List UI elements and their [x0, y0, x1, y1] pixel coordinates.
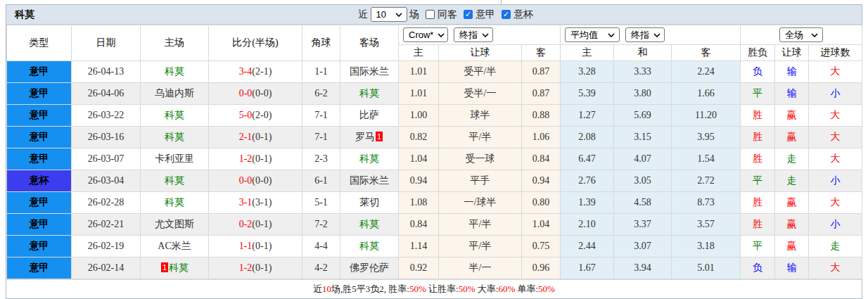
team-name: 卡利亚里: [155, 153, 194, 164]
summary-segment: 50%: [459, 284, 476, 294]
result-outcome: 平: [741, 83, 775, 105]
subcol-result-outcome: 胜负: [741, 45, 775, 61]
avg-away-odds: 3.95: [672, 127, 741, 148]
type-cell: 意甲: [7, 236, 72, 257]
avg-draw-odds: 5.69: [614, 105, 672, 127]
col-header-home: 主场: [141, 25, 209, 61]
fulltime-score: 1-2: [239, 153, 253, 164]
team-name: 科莫: [165, 132, 184, 142]
chevron-down-icon: [395, 13, 402, 17]
result-goals: 大: [809, 192, 862, 214]
avg-draw-odds: 3.37: [614, 214, 672, 236]
team-name: 科莫: [165, 197, 184, 208]
crow-handicap: 平手: [439, 170, 522, 192]
fulltime-score: 1-2: [239, 262, 253, 273]
crow-home-odds: 1.08: [399, 192, 439, 214]
fulltime-score: 1-1: [239, 241, 253, 251]
match-row: 意甲26-04-06乌迪内斯0-0(0-0)6-2科莫1.01受半/一0.875…: [7, 83, 862, 105]
date-cell: 26-02-28: [72, 192, 141, 214]
fulltime-score: 5-0: [239, 110, 253, 120]
crow-home-odds: 1.14: [399, 236, 439, 257]
result-handicap: 走: [775, 148, 809, 170]
corner-cell: 2-3: [302, 148, 340, 170]
crow-handicap: 受平/半: [439, 61, 522, 83]
type-cell: 意甲: [7, 105, 72, 127]
crow-home-odds: 0.92: [399, 257, 439, 279]
score-cell: 1-2(0-1): [209, 148, 302, 170]
avg-draw-odds: 3.07: [614, 236, 672, 257]
home-team-cell: 乌迪内斯: [141, 83, 209, 105]
serie-a-checkbox[interactable]: [464, 10, 473, 19]
odds-time-select-1[interactable]: 终指: [454, 27, 493, 42]
result-outcome: 负: [741, 61, 775, 83]
fulltime-score: 0-0: [239, 88, 253, 98]
type-cell: 意甲: [7, 61, 72, 83]
avg-home-odds: 2.08: [561, 127, 614, 148]
date-cell: 26-04-13: [72, 61, 141, 83]
result-handicap: 输: [775, 61, 809, 83]
result-outcome: 胜: [741, 192, 775, 214]
away-team-cell: 莱切: [340, 192, 399, 214]
away-team-cell: 佛罗伦萨: [340, 257, 399, 279]
summary-segment: 大率:: [476, 284, 499, 294]
same-away-checkbox[interactable]: [426, 10, 435, 19]
date-cell: 26-03-22: [72, 105, 141, 127]
odds-time-select-2[interactable]: 终指: [625, 27, 665, 42]
result-goals: 小: [809, 214, 862, 236]
date-cell: 26-02-14: [72, 257, 141, 279]
chevron-down-icon: [653, 33, 660, 37]
result-goals: 大: [809, 148, 862, 170]
crow-away-odds: 0.87: [522, 83, 561, 105]
score-cell: 3-4(2-1): [209, 61, 302, 83]
crow-handicap: 球半: [439, 105, 522, 127]
match-row: 意甲26-03-16科莫2-1(0-1)7-1罗马10.82平/半1.062.0…: [7, 127, 862, 148]
home-team-cell: AC米兰: [141, 236, 209, 257]
type-cell: 意杯: [7, 170, 72, 192]
subcol-result-handicap: 让球: [775, 45, 809, 61]
serie-a-checkbox-group: 意甲: [464, 8, 495, 21]
match-row: 意甲26-02-21尤文图斯0-2(0-1)7-2科莫0.84平/半1.042.…: [7, 214, 862, 236]
team-name: 比萨: [359, 110, 379, 120]
date-cell: 26-03-04: [72, 170, 141, 192]
away-team-cell: 罗马1: [340, 127, 399, 148]
avg-home-odds: 1.27: [561, 105, 614, 127]
recent-count-select[interactable]: 10: [371, 7, 407, 22]
away-team-cell: 科莫: [340, 214, 399, 236]
crow-group-header: Crow* 终指: [399, 25, 561, 45]
subcol-result-goals: 进球数: [809, 45, 862, 61]
avg-away-odds: 3.18: [672, 236, 741, 257]
avg-draw-odds: 4.58: [614, 192, 672, 214]
bookmaker-select[interactable]: Crow*: [403, 27, 448, 42]
checkbox-label: 意甲: [476, 8, 495, 21]
home-team-cell: 尤文图斯: [141, 214, 209, 236]
average-select[interactable]: 平均值: [565, 27, 620, 42]
avg-away-odds: 3.57: [672, 214, 741, 236]
team-name: 科莫: [359, 88, 379, 98]
crow-away-odds: 1.04: [522, 214, 561, 236]
home-team-cell: 科莫: [141, 127, 209, 148]
summary-segment: 50%: [409, 284, 426, 294]
halftime-score: (0-1): [252, 262, 272, 273]
crow-home-odds: 0.82: [399, 127, 439, 148]
chevron-down-icon: [438, 33, 445, 37]
title-bar: 科莫 近 10 场 同客 意甲 意杯: [6, 5, 862, 25]
summary-text: 近10场,胜5平3负2, 胜率:50% 让胜率:50% 大率:60% 单率:50…: [313, 284, 555, 294]
away-team-cell: 国际米兰: [340, 170, 399, 192]
corner-cell: 7-2: [302, 214, 340, 236]
fulltime-score: 3-4: [239, 66, 253, 77]
crow-handicap: 半/一: [439, 257, 522, 279]
score-cell: 0-0(0-0): [209, 83, 302, 105]
avg-away-odds: 5.01: [672, 257, 741, 279]
fulltime-score: 0-2: [239, 219, 253, 229]
halftime-score: (2-0): [252, 110, 272, 120]
avg-draw-odds: 4.07: [614, 148, 672, 170]
crow-away-odds: 0.88: [522, 105, 561, 127]
team-name: 国际米兰: [350, 175, 389, 186]
subcol-avg-away: 客: [672, 45, 741, 61]
result-handicap: 赢: [775, 236, 809, 257]
corner-cell: 4-2: [302, 257, 340, 279]
italy-cup-checkbox[interactable]: [502, 10, 511, 19]
fulltime-select[interactable]: 全场: [779, 27, 823, 42]
match-row: 意甲26-02-28科莫3-1(3-1)5-1莱切1.08一/球半0.801.3…: [7, 192, 862, 214]
avg-away-odds: 2.24: [672, 61, 741, 83]
